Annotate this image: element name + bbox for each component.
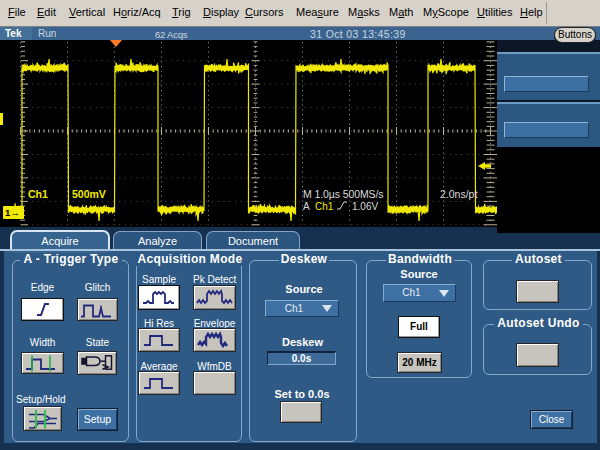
svg-text:1.06V: 1.06V	[352, 201, 378, 212]
svg-text:500mV: 500mV	[72, 188, 106, 200]
svg-text:1→: 1→	[5, 207, 20, 218]
svg-text:Ch1: Ch1	[315, 201, 334, 212]
svg-text:A: A	[303, 201, 310, 212]
svg-text:M 1.0µs 500MS/s: M 1.0µs 500MS/s	[303, 188, 383, 200]
svg-text:Ch1: Ch1	[28, 188, 48, 200]
svg-text:2.0ns/pt: 2.0ns/pt	[440, 188, 477, 200]
